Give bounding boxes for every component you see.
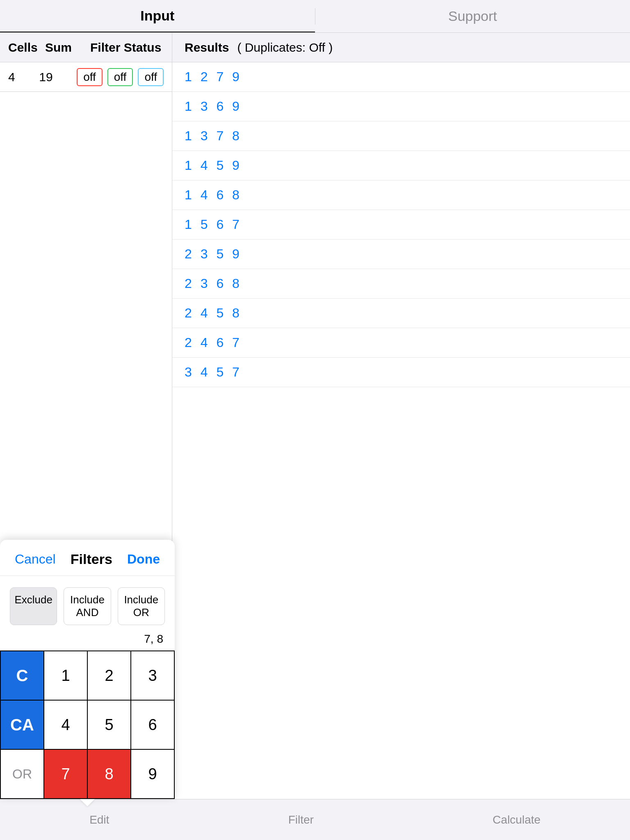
right-col-header: Results ( Duplicates: Off ) (172, 33, 630, 62)
top-nav: Input Support (0, 0, 630, 33)
grid-cell-2[interactable]: 2 (88, 651, 131, 701)
result-row[interactable]: 2 3 5 9 (172, 240, 630, 269)
filter-done-button[interactable]: Done (127, 552, 160, 567)
grid-cell-9[interactable]: 9 (131, 750, 175, 799)
result-value: 2 3 6 8 (185, 276, 242, 291)
grid-cell-ca[interactable]: CA (1, 701, 44, 750)
sum-value: 19 (39, 70, 77, 84)
result-value: 1 3 6 9 (185, 99, 242, 114)
result-value: 1 5 6 7 (185, 217, 242, 232)
filter-button[interactable]: Filter (272, 809, 330, 831)
filter-type-include-and[interactable]: Include AND (64, 587, 111, 625)
filter-panel-arrow (80, 799, 95, 806)
grid-cell-4[interactable]: 4 (44, 701, 88, 750)
result-value: 1 2 7 9 (185, 69, 242, 84)
data-row: 4 19 off off off (0, 62, 172, 92)
result-value: 1 3 7 8 (185, 128, 242, 144)
grid-cell-or[interactable]: OR (1, 750, 44, 799)
left-col-headers: Cells Sum Filter Status (0, 33, 172, 62)
filter-cancel-button[interactable]: Cancel (15, 552, 56, 567)
filter-badge-2[interactable]: off (107, 68, 133, 86)
result-row[interactable]: 2 3 6 8 (172, 269, 630, 299)
grid-cell-5[interactable]: 5 (88, 701, 131, 750)
grid-cell-c[interactable]: C (1, 651, 44, 701)
filter-panel-header: Cancel Filters Done (0, 540, 175, 576)
result-row[interactable]: 2 4 6 7 (172, 328, 630, 358)
result-value: 2 4 5 8 (185, 306, 242, 321)
duplicates-label: ( Duplicates: Off ) (237, 41, 333, 55)
tab-input[interactable]: Input (0, 0, 315, 32)
right-panel: Results ( Duplicates: Off ) 1 2 7 91 3 6… (172, 33, 630, 799)
calculate-button[interactable]: Calculate (476, 809, 557, 831)
filter-panel: Cancel Filters Done Exclude Include AND … (0, 540, 175, 799)
result-row[interactable]: 1 4 6 8 (172, 180, 630, 210)
result-value: 2 4 6 7 (185, 335, 242, 350)
filter-badge-3[interactable]: off (138, 68, 164, 86)
tab-support[interactable]: Support (315, 0, 630, 32)
edit-button[interactable]: Edit (73, 809, 126, 831)
filter-badge-1[interactable]: off (77, 68, 103, 86)
result-row[interactable]: 1 3 6 9 (172, 92, 630, 121)
result-value: 2 3 5 9 (185, 247, 242, 262)
grid-cell-3[interactable]: 3 (131, 651, 175, 701)
grid-cell-7[interactable]: 7 (44, 750, 88, 799)
cells-value: 4 (8, 70, 39, 84)
filter-badges: off off off (77, 68, 164, 86)
header-cells: Cells (8, 41, 45, 55)
filter-panel-title: Filters (71, 551, 112, 567)
result-row[interactable]: 1 3 7 8 (172, 121, 630, 151)
result-row[interactable]: 1 5 6 7 (172, 210, 630, 240)
result-row[interactable]: 3 4 5 7 (172, 358, 630, 387)
results-list: 1 2 7 91 3 6 91 3 7 81 4 5 91 4 6 81 5 6… (172, 62, 630, 387)
grid-cell-6[interactable]: 6 (131, 701, 175, 750)
filter-type-exclude[interactable]: Exclude (10, 587, 57, 625)
result-value: 1 4 6 8 (185, 187, 242, 203)
header-sum: Sum (45, 41, 90, 55)
filter-type-row: Exclude Include AND Include OR (0, 576, 175, 629)
result-row[interactable]: 1 4 5 9 (172, 151, 630, 180)
result-row[interactable]: 1 2 7 9 (172, 62, 630, 92)
header-filter-status: Filter Status (90, 41, 164, 55)
filter-type-include-or[interactable]: Include OR (118, 587, 165, 625)
result-value: 1 4 5 9 (185, 158, 242, 173)
number-grid: C123CA456OR789 (0, 651, 175, 799)
filter-selected-values: 7, 8 (0, 629, 175, 651)
grid-cell-1[interactable]: 1 (44, 651, 88, 701)
result-row[interactable]: 2 4 5 8 (172, 299, 630, 328)
result-value: 3 4 5 7 (185, 365, 242, 380)
results-header: Results (185, 41, 229, 55)
grid-cell-8[interactable]: 8 (88, 750, 131, 799)
